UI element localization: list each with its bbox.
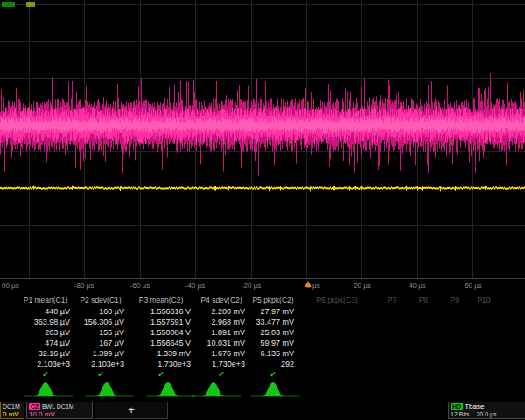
param-header-p1[interactable]: P1 mean(C1) <box>18 295 74 306</box>
histicon-p3[interactable] <box>145 379 196 403</box>
measurement-value: 32.16 µV <box>18 348 74 359</box>
measurement-value: 156.306 µV <box>74 317 128 327</box>
measurement-value: 25.03 mV <box>248 327 298 338</box>
bottom-toolbar: DC1M 0 mV C2BWL DC1M 10.0 mV + HDTbase 1… <box>0 401 525 420</box>
tbase-scale: 20.0 µs <box>476 411 496 418</box>
measurement-value: 292 <box>248 359 298 369</box>
histicon-p2[interactable] <box>84 379 135 403</box>
param-header-p8[interactable]: P8 <box>408 295 439 306</box>
measurement-value: 1.556616 V <box>128 306 194 317</box>
time-axis-label: -60 µs <box>130 282 150 290</box>
param-header-p10[interactable]: P10 <box>471 295 497 306</box>
time-axis-label: 20 µs <box>354 282 371 290</box>
annotation-tag-green <box>2 2 15 7</box>
measurement-value: 1.891 mV <box>194 327 248 338</box>
time-axis-label: -20 µs <box>242 282 261 290</box>
c1-offset-value: 0 mV <box>3 411 22 418</box>
timebase-descriptor[interactable]: HDTbase 12 Bits20.0 µs <box>448 402 525 419</box>
measurement-value: 6.135 mV <box>248 348 298 359</box>
histicon-p5[interactable] <box>250 379 301 403</box>
measurement-value: 263 µV <box>18 327 74 338</box>
c1-coupling-label: DC1M <box>3 403 20 410</box>
time-axis-label: 40 µs <box>409 282 426 290</box>
param-header-p7[interactable]: P7 <box>376 295 408 306</box>
measurement-value: 59.97 mV <box>248 338 298 348</box>
time-axis: 00 µs-80 µs-60 µs-40 µs-20 µs0 µs20 µs40… <box>0 278 525 293</box>
histicon-p4[interactable] <box>191 379 242 403</box>
time-axis-label: -80 µs <box>74 282 94 290</box>
measurement-value: 155 µV <box>74 327 128 338</box>
param-header-p9[interactable]: P9 <box>439 295 471 306</box>
measurement-value: 167 µV <box>74 338 128 348</box>
measurement-histicons <box>0 379 525 400</box>
add-trace-button[interactable]: + <box>94 402 168 419</box>
param-header-p2[interactable]: P2 sdev(C1) <box>74 295 128 306</box>
tbase-label: Tbase <box>465 402 484 410</box>
measurement-value: 474 µV <box>18 338 74 348</box>
measurement-table: P1 mean(C1)P2 sdev(C1)P3 mean(C2)P4 sdev… <box>0 295 525 380</box>
measurement-value: 1.556645 V <box>128 338 194 348</box>
measurement-value: 1.550084 V <box>128 327 194 338</box>
c2-scale-value: 10.0 mV <box>29 411 90 418</box>
hd-badge: HD <box>451 403 463 410</box>
time-axis-label: 60 µs <box>465 282 482 290</box>
measurement-value: 1.730e+3 <box>128 359 194 369</box>
measurement-value: 1.676 mV <box>194 348 248 359</box>
channel-c1-descriptor[interactable]: DC1M 0 mV <box>0 402 24 419</box>
measurement-value: 2.103e+3 <box>74 359 128 369</box>
measurement-value: 1.730e+3 <box>194 359 248 369</box>
measurement-value: 2.200 mV <box>194 306 248 317</box>
measurement-value: 27.97 mV <box>248 306 298 317</box>
channel-c2-descriptor[interactable]: C2BWL DC1M 10.0 mV <box>26 402 93 419</box>
c2-coupling-label: BWL DC1M <box>42 403 74 410</box>
tbase-bits: 12 Bits <box>451 411 469 418</box>
param-header-p3[interactable]: P3 mean(C2) <box>128 295 194 306</box>
histicon-p1[interactable] <box>23 379 74 403</box>
param-header-p5[interactable]: P5 pkpk(C2) <box>248 295 298 306</box>
measurement-value: 2.103e+3 <box>18 359 74 369</box>
waveform-display[interactable] <box>0 0 525 278</box>
param-header-p6[interactable]: P6 pkpk(C3) <box>298 295 376 306</box>
time-axis-label: -40 µs <box>186 282 205 290</box>
oscilloscope-screen: 00 µs-80 µs-60 µs-40 µs-20 µs0 µs20 µs40… <box>0 0 525 420</box>
param-header-p4[interactable]: P4 sdev(C2) <box>194 295 248 306</box>
measurement-value: 440 µV <box>18 306 74 317</box>
measurement-value: 2.968 mV <box>194 317 248 327</box>
c2-chip: C2 <box>29 403 40 410</box>
measurement-value: 1.399 µV <box>74 348 128 359</box>
measurement-value: 10.031 mV <box>194 338 248 348</box>
measurement-value: 160 µV <box>74 306 128 317</box>
measurement-value: 1.339 mV <box>128 348 194 359</box>
annotation-tag-yellow <box>26 2 35 7</box>
time-axis-label: 00 µs <box>2 282 19 290</box>
time-axis-label: 0 µs <box>306 282 319 290</box>
measurement-value: 1.557591 V <box>128 317 194 327</box>
measurement-value: 363.98 µV <box>18 317 74 327</box>
measurement-value: 33.477 mV <box>248 317 298 327</box>
